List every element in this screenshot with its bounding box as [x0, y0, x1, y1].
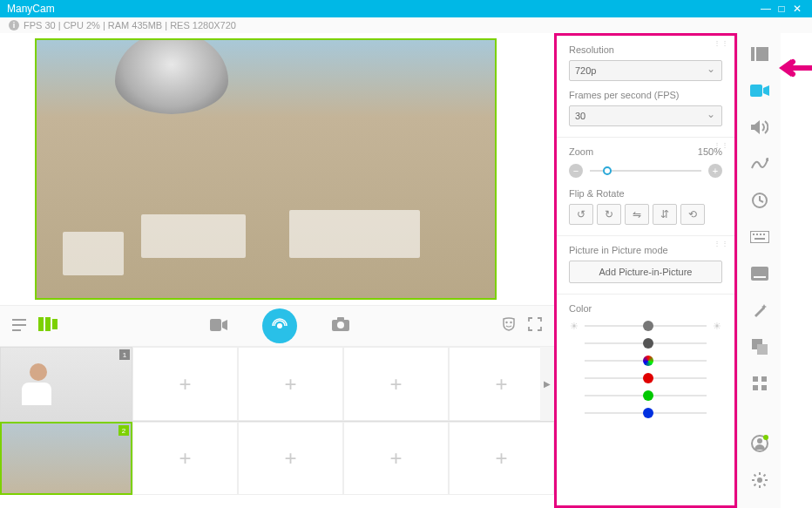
- reset-flip-button[interactable]: ⟲: [680, 204, 705, 225]
- svg-rect-17: [756, 234, 758, 235]
- rotate-ccw-button[interactable]: ↺: [569, 204, 593, 225]
- svg-point-4: [277, 323, 282, 329]
- rotate-cw-button[interactable]: ↻: [597, 204, 621, 225]
- svg-rect-0: [38, 317, 44, 331]
- drag-handle-icon[interactable]: ⋮⋮: [714, 39, 729, 47]
- mask-icon[interactable]: [502, 317, 516, 335]
- control-bar: [0, 305, 554, 347]
- dome-camera-graphic: [115, 38, 228, 114]
- time-tab-icon[interactable]: [744, 185, 775, 216]
- svg-point-30: [757, 438, 762, 444]
- svg-rect-16: [753, 234, 754, 235]
- flip-horizontal-button[interactable]: ⇋: [625, 204, 649, 225]
- brightness-high-icon: ☀: [712, 321, 722, 331]
- apps-tab-icon[interactable]: [744, 368, 775, 399]
- add-source-slot[interactable]: +: [449, 422, 554, 495]
- green-slider[interactable]: [585, 395, 707, 396]
- add-pip-button[interactable]: Add Picture-in-Picture: [569, 261, 722, 283]
- brightness-slider[interactable]: [585, 325, 707, 327]
- rgb-slider[interactable]: [585, 360, 707, 362]
- right-sidebar: [737, 33, 781, 508]
- zoom-slider[interactable]: [590, 170, 701, 172]
- broadcast-button[interactable]: [262, 308, 297, 343]
- preset-thumb-1[interactable]: 1: [0, 347, 132, 421]
- status-bar: i FPS 30 | CPU 2% | RAM 435MB | RES 1280…: [0, 17, 812, 33]
- svg-rect-25: [753, 376, 758, 382]
- svg-rect-19: [763, 234, 765, 235]
- close-button[interactable]: ✕: [789, 3, 805, 15]
- settings-icon[interactable]: [744, 464, 775, 496]
- zoom-out-button[interactable]: −: [569, 164, 583, 178]
- zoom-in-button[interactable]: +: [708, 164, 722, 178]
- svg-rect-27: [753, 385, 758, 390]
- svg-rect-1: [45, 317, 51, 331]
- svg-rect-24: [757, 344, 768, 355]
- add-source-slot[interactable]: +: [238, 347, 343, 421]
- blue-slider[interactable]: [585, 412, 707, 414]
- grid-pager-right[interactable]: ▶: [540, 347, 554, 421]
- svg-rect-12: [750, 85, 762, 97]
- svg-rect-21: [751, 267, 768, 281]
- svg-rect-15: [750, 231, 769, 243]
- flip-rotate-label: Flip & Rotate: [569, 188, 722, 199]
- zoom-label: Zoom: [569, 146, 593, 157]
- svg-rect-22: [754, 276, 766, 278]
- add-source-slot[interactable]: +: [238, 422, 343, 495]
- settings-panel: ⋮⋮ Resolution 720p Frames per second (FP…: [554, 33, 737, 508]
- contrast-slider[interactable]: [585, 342, 707, 344]
- svg-rect-10: [751, 47, 754, 61]
- thumb-number: 2: [118, 425, 129, 436]
- draw-tab-icon[interactable]: [744, 148, 775, 179]
- minimize-button[interactable]: —: [758, 3, 774, 15]
- add-source-slot[interactable]: +: [449, 347, 554, 421]
- pip-label: Picture in Picture mode: [569, 245, 722, 255]
- overlays-tab-icon[interactable]: [744, 331, 775, 362]
- resolution-label: Resolution: [569, 44, 722, 55]
- svg-point-9: [510, 321, 511, 322]
- svg-rect-20: [754, 238, 765, 240]
- fullscreen-icon[interactable]: [528, 317, 542, 335]
- menu-icon[interactable]: [12, 317, 26, 335]
- resolution-select[interactable]: 720p: [569, 60, 722, 81]
- svg-rect-28: [761, 385, 767, 390]
- svg-rect-6: [337, 317, 344, 321]
- fps-select[interactable]: 30: [569, 105, 722, 126]
- add-source-slot[interactable]: +: [132, 347, 238, 421]
- preset-grid: 1 + + + + ▶ 2 + +: [0, 347, 554, 508]
- status-text: FPS 30 | CPU 2% | RAM 435MB | RES 1280X7…: [24, 20, 236, 30]
- preset-thumb-2[interactable]: 2: [0, 422, 132, 495]
- video-tab-icon[interactable]: [744, 75, 775, 106]
- presets-tab-icon[interactable]: [744, 38, 775, 70]
- audio-tab-icon[interactable]: [744, 112, 775, 143]
- info-icon: i: [9, 20, 19, 30]
- add-source-slot[interactable]: +: [343, 347, 449, 421]
- svg-point-7: [337, 322, 344, 329]
- svg-rect-3: [210, 319, 221, 331]
- app-title: ManyCam: [7, 3, 55, 15]
- maximize-button[interactable]: □: [774, 3, 789, 15]
- svg-point-8: [505, 321, 507, 322]
- add-source-slot[interactable]: +: [343, 422, 449, 495]
- svg-point-32: [757, 478, 762, 483]
- layers-icon[interactable]: [38, 317, 58, 335]
- fps-label: Frames per second (FPS): [569, 90, 722, 100]
- flip-vertical-button[interactable]: ⇵: [653, 204, 677, 225]
- svg-rect-26: [761, 376, 767, 382]
- drag-handle-icon[interactable]: ⋮⋮: [714, 141, 729, 149]
- add-source-slot[interactable]: +: [132, 422, 238, 495]
- svg-rect-11: [756, 47, 768, 61]
- keyboard-tab-icon[interactable]: [744, 221, 775, 253]
- titles-tab-icon[interactable]: [744, 258, 775, 289]
- thumb-number: 1: [119, 349, 130, 360]
- video-icon[interactable]: [210, 317, 227, 335]
- window-titlebar: ManyCam — □ ✕: [0, 0, 812, 17]
- video-preview[interactable]: [35, 38, 497, 300]
- red-slider[interactable]: [585, 377, 707, 379]
- account-icon[interactable]: [744, 428, 775, 459]
- camera-icon[interactable]: [332, 317, 349, 335]
- brightness-low-icon: ☀: [569, 321, 579, 331]
- drag-handle-icon[interactable]: ⋮⋮: [714, 240, 729, 247]
- color-label: Color: [569, 303, 722, 314]
- effects-tab-icon[interactable]: [744, 295, 775, 326]
- svg-rect-18: [760, 234, 761, 235]
